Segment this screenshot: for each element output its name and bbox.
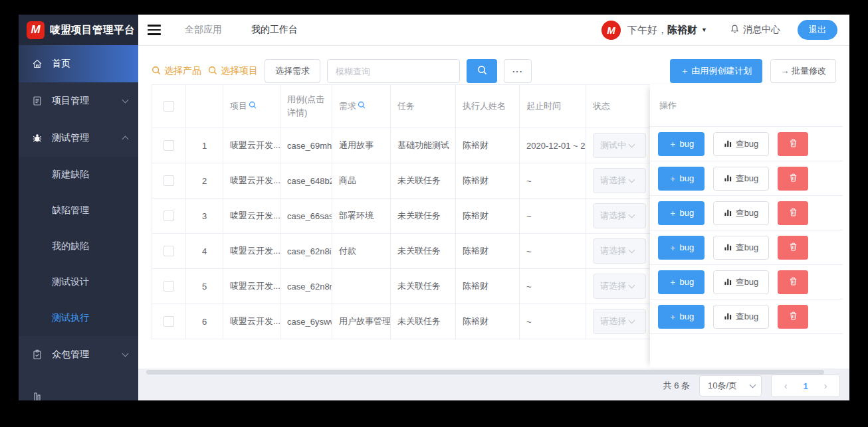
sidebar-menu: 首页 项目管理 测试管理 新建缺陷 缺陷管理 我的缺陷 测试设计 [19, 45, 138, 400]
delete-button[interactable] [778, 167, 808, 191]
tab-my-workbench[interactable]: 我的工作台 [251, 24, 298, 36]
pagination-controls: 共 6 条 10条/页 ‹ 1 › [663, 375, 840, 396]
current-page[interactable]: 1 [796, 381, 815, 391]
row-checkbox[interactable] [163, 140, 174, 151]
trash-icon [788, 242, 798, 254]
sidebar-item-home[interactable]: 首页 [19, 45, 138, 82]
chevron-up-icon [122, 136, 129, 143]
row-checkbox[interactable] [163, 175, 174, 186]
cell-case-link[interactable]: case_62n8n... [280, 269, 332, 303]
search-icon[interactable] [358, 100, 366, 113]
sidebar-item-crowdsource-mgmt[interactable]: 众包管理 [19, 336, 138, 373]
chevron-down-icon [750, 382, 756, 388]
cell-case-link[interactable]: case_69mh... [280, 128, 332, 163]
view-bug-button[interactable]: 查bug [713, 236, 769, 260]
select-requirement-button[interactable]: 选择需求 [265, 59, 320, 83]
cell-executor: 陈裕财 [456, 304, 520, 339]
user-greeting[interactable]: 下午好，陈裕财 [627, 24, 697, 37]
row-checkbox[interactable] [163, 211, 174, 221]
cell-requirement [332, 269, 391, 303]
cell-project: 唛盟云开发... [223, 269, 280, 303]
home-icon [32, 58, 43, 69]
cell-case-link[interactable]: case_648b2... [280, 163, 332, 198]
cell-daterange: ~ [520, 304, 586, 339]
sidebar-item-test-execution[interactable]: 测试执行 [19, 300, 138, 336]
status-select[interactable]: 请选择 [593, 203, 646, 228]
status-select[interactable]: 测试中 [593, 133, 646, 158]
trash-icon [788, 207, 798, 219]
bar-chart-icon [724, 277, 732, 288]
header-operation: 操作 [650, 84, 843, 127]
prev-page-button[interactable]: ‹ [776, 381, 796, 391]
message-center-link[interactable]: 消息中心 [730, 24, 780, 36]
sidebar-item-my-defects[interactable]: 我的缺陷 [19, 228, 138, 264]
add-bug-button[interactable]: ＋ bug [658, 270, 705, 294]
add-bug-button[interactable]: ＋ bug [658, 132, 705, 156]
add-bug-button[interactable]: ＋ bug [658, 167, 705, 191]
greeting-text: 下午好， [627, 24, 667, 35]
fuzzy-search-input[interactable] [327, 59, 460, 83]
select-project-link[interactable]: 选择项目 [208, 65, 258, 77]
page-size-select[interactable]: 10条/页 [699, 375, 762, 396]
view-bug-button[interactable]: 查bug [713, 305, 769, 329]
delete-button[interactable] [778, 236, 808, 260]
select-product-link[interactable]: 选择产品 [152, 65, 201, 77]
sidebar-item-partial[interactable] [19, 379, 138, 400]
cell-index: 2 [186, 163, 223, 198]
search-icon[interactable] [249, 100, 257, 113]
delete-button[interactable] [778, 132, 808, 156]
operation-row: ＋ bug 查bug [650, 265, 843, 299]
operation-row: ＋ bug 查bug [650, 299, 843, 334]
tab-all-apps[interactable]: 全部应用 [185, 24, 222, 36]
user-avatar[interactable]: M [601, 21, 621, 40]
delete-button[interactable] [778, 305, 808, 329]
more-filters-button[interactable]: ··· [504, 59, 532, 83]
cell-case-link[interactable]: case_6yswv... [280, 304, 332, 339]
status-select[interactable]: 请选择 [593, 309, 646, 334]
hamburger-menu-icon[interactable] [148, 25, 161, 35]
batch-edit-button[interactable]: → 批量修改 [770, 59, 836, 83]
header-requirement: 需求 [332, 85, 391, 128]
cell-case-link[interactable]: case_62n8ir... [280, 234, 332, 268]
menu-item-icon [32, 392, 43, 400]
cell-task: 未关联任务 [391, 304, 456, 339]
add-bug-button[interactable]: ＋ bug [658, 201, 705, 225]
cell-case-link[interactable]: case_66sas... [280, 199, 332, 233]
row-checkbox[interactable] [163, 246, 174, 256]
view-bug-button[interactable]: 查bug [713, 132, 769, 156]
brand-name: 唛盟项目管理平台 [50, 23, 135, 37]
search-icon [152, 66, 161, 77]
sidebar-item-test-mgmt[interactable]: 测试管理 [19, 120, 138, 157]
view-bug-label: 查bug [736, 242, 759, 254]
next-page-button[interactable]: › [815, 381, 835, 391]
sidebar-item-label: 缺陷管理 [52, 205, 89, 216]
row-checkbox[interactable] [163, 316, 174, 327]
create-plan-from-case-button[interactable]: ＋ 由用例创建计划 [670, 59, 763, 83]
search-button[interactable] [467, 59, 497, 83]
user-dropdown-caret-icon[interactable]: ▼ [701, 27, 707, 33]
sidebar-item-new-defect[interactable]: 新建缺陷 [19, 157, 138, 193]
view-bug-button[interactable]: 查bug [713, 167, 769, 191]
horizontal-scrollbar[interactable] [146, 370, 824, 375]
delete-button[interactable] [778, 270, 808, 294]
trash-icon [788, 138, 798, 150]
sidebar-item-test-design[interactable]: 测试设计 [19, 264, 138, 300]
brand-logo: M [27, 21, 45, 39]
view-bug-button[interactable]: 查bug [713, 270, 769, 294]
cell-task: 未关联任务 [391, 234, 456, 268]
row-checkbox[interactable] [163, 281, 174, 292]
cell-index: 6 [186, 304, 223, 339]
status-select[interactable]: 请选择 [593, 274, 646, 299]
add-bug-button[interactable]: ＋ bug [658, 305, 705, 329]
add-bug-button[interactable]: ＋ bug [658, 236, 705, 260]
status-select[interactable]: 请选择 [593, 238, 646, 264]
delete-button[interactable] [778, 201, 808, 225]
view-bug-button[interactable]: 查bug [713, 201, 769, 225]
cell-task: 未关联任务 [391, 199, 456, 233]
sidebar-item-defect-mgmt[interactable]: 缺陷管理 [19, 193, 138, 228]
sidebar-item-project-mgmt[interactable]: 项目管理 [19, 82, 138, 120]
select-all-checkbox[interactable] [163, 101, 174, 112]
status-select[interactable]: 请选择 [593, 168, 646, 193]
logout-button[interactable]: 退出 [798, 20, 837, 40]
cell-requirement: 商品 [332, 163, 391, 198]
